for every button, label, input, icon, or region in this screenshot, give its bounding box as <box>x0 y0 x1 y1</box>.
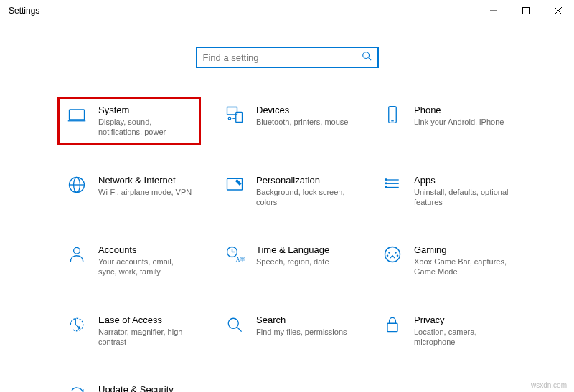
tile-text: Ease of AccessNarrator, magnifier, high … <box>98 315 193 348</box>
update-icon <box>65 384 88 392</box>
apps-icon <box>381 175 404 198</box>
svg-rect-36 <box>387 323 397 331</box>
tile-desc: Wi-Fi, airplane mode, VPN <box>98 187 192 197</box>
tile-desc: Uninstall, defaults, optional features <box>414 187 509 208</box>
time-icon: A字 <box>223 244 246 267</box>
tile-desc: Xbox Game Bar, captures, Game Mode <box>414 257 509 277</box>
tile-text: PhoneLink your Android, iPhone <box>414 105 504 138</box>
tile-desc: Display, sound, notifications, power <box>98 117 193 138</box>
svg-rect-6 <box>70 110 85 120</box>
tile-text: PersonalizationBackground, lock screen, … <box>256 175 351 208</box>
tile-desc: Link your Android, iPhone <box>414 117 504 127</box>
tile-phone[interactable]: PhoneLink your Android, iPhone <box>377 100 513 142</box>
svg-rect-12 <box>389 107 397 123</box>
system-icon <box>65 105 88 128</box>
gaming-icon <box>381 244 404 267</box>
tile-title: Search <box>256 315 347 325</box>
svg-rect-23 <box>385 186 387 188</box>
tile-text: GamingXbox Game Bar, captures, Game Mode <box>414 244 509 277</box>
svg-point-29 <box>385 247 400 262</box>
svg-rect-1 <box>522 7 529 14</box>
svg-line-5 <box>368 58 371 61</box>
search-wrap <box>61 47 513 68</box>
svg-point-34 <box>228 318 238 328</box>
svg-point-24 <box>74 248 80 254</box>
tile-accounts[interactable]: AccountsYour accounts, email, sync, work… <box>61 240 197 282</box>
tile-desc: Narrator, magnifier, high contrast <box>98 327 193 348</box>
tile-desc: Location, camera, microphone <box>414 327 509 348</box>
tile-apps[interactable]: AppsUninstall, defaults, optional featur… <box>377 171 513 212</box>
tile-text: PrivacyLocation, camera, microphone <box>414 315 509 348</box>
tile-title: Phone <box>414 105 504 115</box>
search-box[interactable] <box>196 47 379 68</box>
svg-point-30 <box>388 252 390 254</box>
tile-title: Devices <box>256 105 348 115</box>
tile-text: SystemDisplay, sound, notifications, pow… <box>98 105 193 138</box>
tile-text: AppsUninstall, defaults, optional featur… <box>414 175 509 208</box>
maximize-button[interactable] <box>509 0 542 21</box>
search-icon <box>223 315 246 338</box>
tile-text: DevicesBluetooth, printers, mouse <box>256 105 348 138</box>
tile-gaming[interactable]: GamingXbox Game Bar, captures, Game Mode <box>377 240 513 282</box>
phone-icon <box>381 105 404 128</box>
accounts-icon <box>65 244 88 267</box>
tile-text: Update & SecurityWindows Update, recover… <box>98 384 193 392</box>
tile-title: Gaming <box>414 244 509 255</box>
search-input[interactable] <box>203 52 362 63</box>
tile-title: Privacy <box>414 315 509 325</box>
tile-ease[interactable]: Ease of AccessNarrator, magnifier, high … <box>61 310 197 352</box>
svg-line-35 <box>237 327 242 331</box>
svg-point-4 <box>362 52 369 59</box>
tile-text: Network & InternetWi-Fi, airplane mode, … <box>98 175 192 208</box>
svg-rect-21 <box>385 178 387 181</box>
settings-grid: SystemDisplay, sound, notifications, pow… <box>61 100 513 392</box>
tile-personalization[interactable]: PersonalizationBackground, lock screen, … <box>219 171 355 212</box>
window-controls <box>477 0 574 21</box>
privacy-icon <box>381 315 404 338</box>
content: SystemDisplay, sound, notifications, pow… <box>0 21 574 392</box>
svg-point-31 <box>395 252 397 254</box>
personalization-icon <box>223 175 246 198</box>
svg-point-10 <box>228 118 231 120</box>
tile-system[interactable]: SystemDisplay, sound, notifications, pow… <box>61 100 197 142</box>
minimize-button[interactable] <box>477 0 509 21</box>
tile-title: System <box>98 105 193 115</box>
tile-desc: Bluetooth, printers, mouse <box>256 117 348 127</box>
tile-text: Time & LanguageSpeech, region, date <box>256 244 329 277</box>
tile-update[interactable]: Update & SecurityWindows Update, recover… <box>61 380 197 392</box>
window-title: Settings <box>9 6 39 16</box>
tile-desc: Your accounts, email, sync, work, family <box>98 257 193 277</box>
tile-title: Accounts <box>98 244 193 255</box>
tile-search[interactable]: SearchFind my files, permissions <box>219 310 355 352</box>
tile-privacy[interactable]: PrivacyLocation, camera, microphone <box>377 310 513 352</box>
tile-time[interactable]: A字Time & LanguageSpeech, region, date <box>219 240 355 282</box>
tile-desc: Find my files, permissions <box>256 327 347 337</box>
tile-devices[interactable]: DevicesBluetooth, printers, mouse <box>219 100 355 142</box>
network-icon <box>65 175 88 198</box>
devices-icon <box>223 105 246 128</box>
svg-point-33 <box>397 255 399 257</box>
tile-network[interactable]: Network & InternetWi-Fi, airplane mode, … <box>61 171 197 212</box>
search-icon <box>362 51 372 64</box>
tile-title: Apps <box>414 175 509 186</box>
tile-title: Update & Security <box>98 384 193 392</box>
close-button[interactable] <box>542 0 574 21</box>
svg-text:A字: A字 <box>236 257 245 263</box>
watermark: wsxdn.com <box>531 381 567 389</box>
svg-point-32 <box>387 255 389 257</box>
tile-title: Personalization <box>256 175 351 186</box>
ease-icon <box>65 315 88 338</box>
svg-rect-22 <box>385 182 387 184</box>
titlebar: Settings <box>0 0 574 21</box>
tile-text: AccountsYour accounts, email, sync, work… <box>98 244 193 277</box>
tile-text: SearchFind my files, permissions <box>256 315 347 348</box>
tile-desc: Speech, region, date <box>256 257 329 267</box>
tile-title: Ease of Access <box>98 315 193 325</box>
tile-desc: Background, lock screen, colors <box>256 187 351 208</box>
tile-title: Time & Language <box>256 244 329 255</box>
tile-title: Network & Internet <box>98 175 192 186</box>
